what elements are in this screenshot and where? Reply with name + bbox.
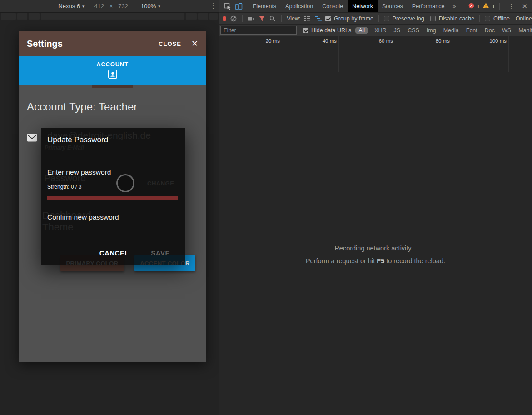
filter-type-all[interactable]: All: [355, 27, 368, 34]
group-by-frame-label[interactable]: Group by frame: [334, 15, 373, 22]
new-password-underline: [47, 180, 178, 180]
confirm-password-field[interactable]: Confirm new password: [47, 213, 119, 221]
network-toolbar: View: Group by frame Preserve log: [219, 13, 532, 25]
ruler-gridline: [282, 36, 282, 72]
page-strip-segment: [186, 13, 197, 20]
filter-type-manifest[interactable]: Manifest: [518, 27, 532, 34]
group-by-frame-checkbox[interactable]: [325, 16, 331, 21]
divider: [242, 15, 243, 22]
new-password-field[interactable]: Enter new password: [47, 168, 111, 176]
offline-checkbox[interactable]: [485, 16, 490, 21]
page-strip-segment: [209, 13, 218, 20]
devtools-tabbar: Elements Application Console Network Sou…: [219, 0, 532, 13]
ruler-tick: 100 ms: [479, 38, 507, 44]
device-toolbar-menu-icon[interactable]: ⋮: [210, 2, 217, 10]
devtools-menu-icon[interactable]: ⋮: [508, 3, 514, 10]
device-toolbar: Nexus 6 ▾ 412 × 732 100% ▾ ⋮: [0, 0, 219, 13]
preserve-log-label[interactable]: Preserve log: [393, 15, 424, 22]
email-icon: [27, 134, 37, 144]
divider: [281, 15, 282, 22]
ruler-tick: 80 ms: [423, 38, 450, 44]
ripple-spinner-circle: [116, 174, 134, 192]
page-strip-segment: [41, 13, 184, 20]
error-count: 1: [477, 4, 480, 9]
divider: [378, 15, 379, 22]
viewport-width-field[interactable]: 412: [94, 3, 104, 10]
tab-account[interactable]: ACCOUNT: [19, 56, 206, 85]
hint-suffix: to record the reload.: [384, 257, 445, 265]
page-strip-segment: [17, 13, 27, 20]
hide-data-urls-label[interactable]: Hide data URLs: [311, 27, 351, 34]
filter-type-media[interactable]: Media: [443, 27, 459, 34]
device-select[interactable]: Nexus 6 ▾: [58, 3, 84, 10]
password-strength-text: Strength: 0 / 3: [47, 184, 81, 190]
close-button[interactable]: CLOSE: [159, 40, 181, 47]
ruler-tick: 40 ms: [309, 38, 337, 44]
recording-message: Recording network activity...: [219, 245, 532, 252]
filter-input[interactable]: [220, 26, 297, 35]
devtools-close-icon[interactable]: ✕: [522, 2, 527, 10]
page-strip-segment: [1, 13, 16, 20]
list-view-icon[interactable]: [304, 13, 312, 24]
disable-cache-checkbox[interactable]: [430, 16, 436, 21]
cancel-button[interactable]: CANCEL: [99, 249, 129, 257]
screenshot-camera-icon[interactable]: [247, 13, 255, 24]
ruler-gridline: [508, 36, 509, 72]
tab-account-label: ACCOUNT: [96, 61, 129, 68]
filter-type-ws[interactable]: WS: [502, 27, 511, 34]
clear-icon[interactable]: [229, 13, 237, 24]
throttling-select[interactable]: Online: [516, 15, 532, 22]
warning-badge-icon[interactable]: [482, 2, 489, 10]
divider: [479, 15, 480, 22]
account-type-text: Account Type: Teacher: [27, 100, 137, 113]
filter-type-css[interactable]: CSS: [408, 27, 419, 34]
save-button[interactable]: SAVE: [151, 249, 170, 257]
tab-network[interactable]: Network: [348, 0, 378, 12]
modal-title: Update Password: [47, 135, 108, 145]
offline-label[interactable]: Offline: [493, 15, 510, 22]
device-emulation-pane: Nexus 6 ▾ 412 × 732 100% ▾ ⋮: [0, 0, 219, 415]
network-overview-ruler: 20 ms 40 ms 60 ms 80 ms 100 ms: [219, 36, 532, 72]
filter-type-xhr[interactable]: XHR: [374, 27, 386, 34]
tab-console[interactable]: Console: [318, 0, 348, 12]
hide-data-urls-checkbox[interactable]: [303, 28, 308, 33]
more-tabs-icon[interactable]: »: [452, 3, 456, 10]
page-top-strip: [0, 13, 219, 20]
tab-application[interactable]: Application: [281, 0, 318, 12]
dimensions-separator: ×: [109, 3, 113, 10]
view-label: View:: [287, 15, 300, 22]
filter-type-font[interactable]: Font: [466, 27, 477, 34]
viewport-height-field[interactable]: 732: [118, 3, 128, 10]
modal-button-row: CANCEL SAVE: [99, 249, 170, 257]
tab-elements[interactable]: Elements: [248, 0, 281, 12]
tab-sources[interactable]: Sources: [378, 0, 408, 12]
disable-cache-label[interactable]: Disable cache: [439, 15, 475, 22]
settings-title: Settings: [27, 39, 159, 49]
password-strength-bar: [47, 196, 178, 200]
error-badge-icon[interactable]: [468, 3, 474, 10]
tab-performance[interactable]: Performance: [408, 0, 449, 12]
record-button[interactable]: [223, 16, 226, 21]
search-icon[interactable]: [269, 13, 277, 24]
filter-funnel-icon[interactable]: [258, 13, 266, 24]
ruler-gridline: [395, 36, 395, 72]
filter-type-doc[interactable]: Doc: [485, 27, 495, 34]
filter-type-img[interactable]: Img: [427, 27, 436, 34]
zoom-select-label: 100%: [141, 3, 156, 10]
toggle-device-toolbar-icon[interactable]: [233, 1, 244, 12]
waterfall-view-icon[interactable]: [314, 13, 322, 24]
confirm-password-underline: [47, 225, 178, 225]
close-icon[interactable]: ✕: [191, 39, 198, 49]
hint-key: F5: [377, 257, 384, 265]
zoom-select[interactable]: 100% ▾: [141, 3, 160, 10]
ruler-gridline: [338, 36, 339, 72]
inspect-element-icon[interactable]: [222, 1, 233, 12]
filter-type-js[interactable]: JS: [394, 27, 401, 34]
divider: [246, 3, 246, 10]
account-box-icon: [108, 69, 118, 81]
tab-indicator: [92, 85, 133, 88]
preserve-log-checkbox[interactable]: [384, 16, 389, 21]
network-filter-bar: Hide data URLs All XHR JS CSS Img Media …: [219, 25, 532, 36]
reload-hint-message: Perform a request or hit F5 to record th…: [219, 257, 532, 265]
hint-prefix: Perform a request or hit: [306, 257, 377, 265]
